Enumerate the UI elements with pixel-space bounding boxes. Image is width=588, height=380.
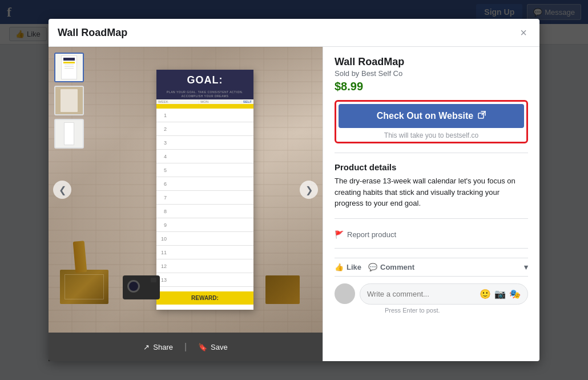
poster-subtitle: PLAN YOUR GOAL. TAKE CONSISTENT ACTION. … [156, 89, 253, 99]
modal-body: GOAL: PLAN YOUR GOAL. TAKE CONSISTENT AC… [49, 47, 539, 361]
comment-hint: Press Enter to post. [385, 307, 528, 314]
main-product-image: GOAL: PLAN YOUR GOAL. TAKE CONSISTENT AC… [49, 47, 323, 333]
product-details-text: The dry-erase 13-week wall calendar let'… [335, 175, 528, 209]
product-info: Wall RoadMap Sold by Best Self Co $8.99 [335, 56, 528, 93]
modal-overlay: Wall RoadMap × [0, 0, 588, 380]
poster-yellow-bar [156, 104, 253, 109]
social-more-button[interactable]: ▾ [524, 263, 528, 271]
image-next-button[interactable]: ❯ [300, 181, 318, 199]
modal-title: Wall RoadMap [58, 27, 127, 39]
camera-button[interactable]: 📷 [494, 289, 506, 299]
social-more: ▾ [524, 263, 528, 271]
product-modal: Wall RoadMap × [49, 19, 539, 361]
divider: | [184, 342, 187, 352]
poster-line: 10 [156, 232, 253, 246]
poster-reward: REWARD: [156, 291, 253, 305]
product-panel: Wall RoadMap Sold by Best Self Co $8.99 … [323, 47, 539, 361]
thumbnail-2[interactable] [54, 86, 84, 115]
poster-line: 3 [156, 136, 253, 150]
image-save-button[interactable]: 🔖 Save [198, 343, 228, 351]
product-seller: Sold by Best Self Co [335, 69, 528, 78]
poster-line: 7 [156, 191, 253, 205]
poster-line: 12 [156, 259, 253, 273]
checkout-button[interactable]: Check Out on Website [339, 104, 524, 128]
image-bottom-bar: ↗ Share | 🔖 Save [49, 333, 323, 361]
poster-line: 9 [156, 218, 253, 232]
modal-header: Wall RoadMap × [49, 19, 539, 47]
report-product-link[interactable]: 🚩 Report product [335, 230, 528, 239]
bookmark-icon: 🔖 [198, 343, 207, 351]
product-details-section: Product details The dry-erase 13-week wa… [335, 162, 528, 209]
wall-poster: GOAL: PLAN YOUR GOAL. TAKE CONSISTENT AC… [156, 70, 253, 310]
share-icon: ↗ [143, 343, 150, 351]
flag-icon: 🚩 [335, 230, 344, 239]
like-button[interactable]: 👍 Like [335, 263, 361, 271]
chevron-right-icon: ❯ [305, 185, 313, 195]
external-link-icon [478, 111, 486, 121]
gif-button[interactable]: 🎭 [509, 289, 521, 299]
emoji-button[interactable]: 🙂 [480, 289, 491, 299]
checkout-highlight-box: Check Out on Website This will take you … [335, 100, 528, 143]
poster-goal-label: GOAL: [156, 70, 253, 89]
divider-1 [335, 153, 528, 153]
thumbnail-list [54, 53, 84, 149]
product-price: $8.99 [335, 80, 528, 93]
poster-line: 2 [156, 122, 253, 136]
poster-line: 4 [156, 150, 253, 163]
poster-line: 1 [156, 109, 253, 122]
thumbnail-1[interactable] [54, 53, 84, 82]
product-details-title: Product details [335, 162, 528, 172]
checkout-subtitle: This will take you to bestself.co [339, 131, 524, 139]
social-actions-bar: 👍 Like 💬 Comment ▾ [335, 258, 528, 277]
product-name: Wall RoadMap [335, 56, 528, 68]
chevron-left-icon: ❮ [59, 185, 66, 195]
image-panel: GOAL: PLAN YOUR GOAL. TAKE CONSISTENT AC… [49, 47, 323, 361]
image-prev-button[interactable]: ❮ [53, 181, 71, 199]
like-icon: 👍 [335, 263, 344, 271]
comment-icon-group: 🙂 📷 🎭 [480, 289, 521, 299]
divider-2 [335, 218, 528, 219]
comment-area: 🙂 📷 🎭 Press Enter to post. [335, 283, 528, 314]
comment-icon: 💬 [368, 263, 377, 271]
divider-3 [335, 248, 528, 249]
comment-input-wrap: 🙂 📷 🎭 [360, 283, 528, 305]
poster-line: 6 [156, 177, 253, 191]
poster-line: 13 [156, 273, 253, 287]
poster-line: 5 [156, 163, 253, 177]
comment-input[interactable] [367, 290, 480, 298]
thumbnail-3[interactable] [54, 119, 84, 149]
poster-line: 11 [156, 246, 253, 259]
user-avatar [335, 283, 355, 304]
poster-line: 8 [156, 205, 253, 218]
comment-button[interactable]: 💬 Comment [368, 263, 414, 271]
image-share-button[interactable]: ↗ Share [143, 343, 173, 351]
modal-close-button[interactable]: × [517, 26, 530, 39]
